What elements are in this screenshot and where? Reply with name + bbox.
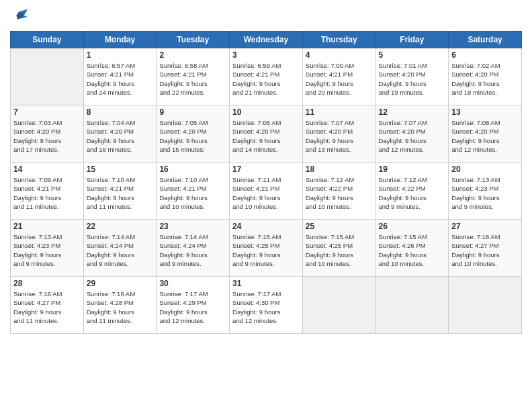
day-info: Sunrise: 6:59 AM Sunset: 4:21 PM Dayligh… (232, 61, 300, 97)
calendar-cell: 18Sunrise: 7:12 AM Sunset: 4:22 PM Dayli… (302, 163, 375, 220)
day-number: 4 (306, 50, 373, 60)
day-number: 28 (13, 279, 81, 288)
day-number: 10 (232, 107, 300, 117)
day-number: 16 (159, 165, 226, 174)
week-row-3: 21Sunrise: 7:13 AM Sunset: 4:23 PM Dayli… (11, 220, 522, 277)
day-number: 31 (232, 279, 300, 288)
week-row-1: 7Sunrise: 7:03 AM Sunset: 4:20 PM Daylig… (11, 105, 522, 163)
calendar-cell: 28Sunrise: 7:16 AM Sunset: 4:27 PM Dayli… (11, 277, 84, 334)
day-number: 14 (13, 165, 81, 174)
calendar-cell: 29Sunrise: 7:16 AM Sunset: 4:28 PM Dayli… (83, 277, 157, 334)
day-info: Sunrise: 7:14 AM Sunset: 4:24 PM Dayligh… (87, 232, 154, 268)
logo (10, 7, 32, 26)
calendar-cell: 5Sunrise: 7:01 AM Sunset: 4:20 PM Daylig… (375, 48, 449, 105)
header (10, 7, 522, 26)
weekday-header-friday: Friday (375, 32, 449, 48)
day-number: 12 (379, 107, 446, 117)
week-row-4: 28Sunrise: 7:16 AM Sunset: 4:27 PM Dayli… (11, 277, 522, 334)
calendar-cell: 16Sunrise: 7:10 AM Sunset: 4:21 PM Dayli… (157, 163, 230, 220)
calendar-cell: 17Sunrise: 7:11 AM Sunset: 4:21 PM Dayli… (230, 163, 303, 220)
day-info: Sunrise: 7:03 AM Sunset: 4:20 PM Dayligh… (13, 118, 81, 154)
calendar-cell: 24Sunrise: 7:15 AM Sunset: 4:25 PM Dayli… (230, 220, 303, 277)
day-number: 1 (87, 50, 154, 60)
weekday-header-saturday: Saturday (449, 32, 522, 48)
calendar-cell (449, 277, 522, 334)
day-info: Sunrise: 7:14 AM Sunset: 4:24 PM Dayligh… (159, 232, 226, 268)
day-info: Sunrise: 7:05 AM Sunset: 4:20 PM Dayligh… (159, 118, 226, 154)
day-info: Sunrise: 7:13 AM Sunset: 4:23 PM Dayligh… (13, 232, 81, 268)
calendar-cell: 6Sunrise: 7:02 AM Sunset: 4:20 PM Daylig… (449, 48, 522, 105)
day-number: 26 (379, 222, 446, 231)
calendar-cell: 22Sunrise: 7:14 AM Sunset: 4:24 PM Dayli… (83, 220, 157, 277)
calendar-cell: 14Sunrise: 7:09 AM Sunset: 4:21 PM Dayli… (11, 163, 84, 220)
day-info: Sunrise: 7:04 AM Sunset: 4:20 PM Dayligh… (87, 118, 154, 154)
day-info: Sunrise: 6:57 AM Sunset: 4:21 PM Dayligh… (87, 61, 154, 97)
calendar-cell (375, 277, 449, 334)
calendar-cell (302, 277, 375, 334)
calendar-cell: 10Sunrise: 7:06 AM Sunset: 4:20 PM Dayli… (230, 105, 303, 163)
calendar-cell: 25Sunrise: 7:15 AM Sunset: 4:25 PM Dayli… (302, 220, 375, 277)
day-number: 24 (232, 222, 300, 231)
week-row-0: 1Sunrise: 6:57 AM Sunset: 4:21 PM Daylig… (11, 48, 522, 105)
day-number: 6 (451, 50, 519, 60)
day-number: 17 (232, 165, 300, 174)
day-number: 20 (451, 165, 519, 174)
weekday-header-thursday: Thursday (302, 32, 375, 48)
day-info: Sunrise: 7:08 AM Sunset: 4:20 PM Dayligh… (451, 118, 519, 154)
day-info: Sunrise: 7:13 AM Sunset: 4:23 PM Dayligh… (451, 175, 519, 211)
calendar-cell: 27Sunrise: 7:16 AM Sunset: 4:27 PM Dayli… (449, 220, 522, 277)
day-info: Sunrise: 6:58 AM Sunset: 4:21 PM Dayligh… (159, 61, 226, 97)
day-info: Sunrise: 7:15 AM Sunset: 4:25 PM Dayligh… (306, 232, 373, 268)
week-row-2: 14Sunrise: 7:09 AM Sunset: 4:21 PM Dayli… (11, 163, 522, 220)
day-info: Sunrise: 7:15 AM Sunset: 4:25 PM Dayligh… (232, 232, 300, 268)
day-number: 13 (451, 107, 519, 117)
logo-icon (10, 7, 29, 26)
calendar-cell: 23Sunrise: 7:14 AM Sunset: 4:24 PM Dayli… (157, 220, 230, 277)
day-info: Sunrise: 7:06 AM Sunset: 4:20 PM Dayligh… (232, 118, 300, 154)
calendar-table: SundayMondayTuesdayWednesdayThursdayFrid… (10, 31, 522, 334)
weekday-header-row: SundayMondayTuesdayWednesdayThursdayFrid… (11, 32, 522, 48)
day-number: 30 (159, 279, 226, 288)
calendar-cell: 11Sunrise: 7:07 AM Sunset: 4:20 PM Dayli… (302, 105, 375, 163)
day-info: Sunrise: 7:12 AM Sunset: 4:22 PM Dayligh… (306, 175, 373, 211)
calendar-cell: 9Sunrise: 7:05 AM Sunset: 4:20 PM Daylig… (157, 105, 230, 163)
day-info: Sunrise: 7:17 AM Sunset: 4:29 PM Dayligh… (159, 289, 226, 325)
calendar-cell: 1Sunrise: 6:57 AM Sunset: 4:21 PM Daylig… (83, 48, 157, 105)
day-number: 15 (87, 165, 154, 174)
day-info: Sunrise: 7:15 AM Sunset: 4:26 PM Dayligh… (379, 232, 446, 268)
day-number: 23 (159, 222, 226, 231)
calendar-cell: 31Sunrise: 7:17 AM Sunset: 4:30 PM Dayli… (230, 277, 303, 334)
calendar-cell: 8Sunrise: 7:04 AM Sunset: 4:20 PM Daylig… (83, 105, 157, 163)
calendar-cell: 4Sunrise: 7:00 AM Sunset: 4:21 PM Daylig… (302, 48, 375, 105)
day-info: Sunrise: 7:17 AM Sunset: 4:30 PM Dayligh… (232, 289, 300, 325)
calendar-cell: 26Sunrise: 7:15 AM Sunset: 4:26 PM Dayli… (375, 220, 449, 277)
day-number: 25 (306, 222, 373, 231)
calendar-cell (11, 48, 84, 105)
day-info: Sunrise: 7:16 AM Sunset: 4:27 PM Dayligh… (451, 232, 519, 268)
calendar-cell: 13Sunrise: 7:08 AM Sunset: 4:20 PM Dayli… (449, 105, 522, 163)
day-info: Sunrise: 7:01 AM Sunset: 4:20 PM Dayligh… (379, 61, 446, 97)
calendar-cell: 15Sunrise: 7:10 AM Sunset: 4:21 PM Dayli… (83, 163, 157, 220)
day-number: 18 (306, 165, 373, 174)
day-number: 11 (306, 107, 373, 117)
day-info: Sunrise: 7:10 AM Sunset: 4:21 PM Dayligh… (87, 175, 154, 211)
weekday-header-wednesday: Wednesday (230, 32, 303, 48)
day-number: 27 (451, 222, 519, 231)
day-number: 19 (379, 165, 446, 174)
weekday-header-monday: Monday (83, 32, 157, 48)
day-info: Sunrise: 7:16 AM Sunset: 4:28 PM Dayligh… (87, 289, 154, 325)
calendar-cell: 2Sunrise: 6:58 AM Sunset: 4:21 PM Daylig… (157, 48, 230, 105)
day-info: Sunrise: 7:09 AM Sunset: 4:21 PM Dayligh… (13, 175, 81, 211)
calendar-cell: 7Sunrise: 7:03 AM Sunset: 4:20 PM Daylig… (11, 105, 84, 163)
day-number: 7 (13, 107, 81, 117)
day-number: 22 (87, 222, 154, 231)
calendar-cell: 20Sunrise: 7:13 AM Sunset: 4:23 PM Dayli… (449, 163, 522, 220)
day-number: 2 (159, 50, 226, 60)
day-number: 9 (159, 107, 226, 117)
weekday-header-tuesday: Tuesday (157, 32, 230, 48)
day-info: Sunrise: 7:11 AM Sunset: 4:21 PM Dayligh… (232, 175, 300, 211)
day-info: Sunrise: 7:16 AM Sunset: 4:27 PM Dayligh… (13, 289, 81, 325)
day-info: Sunrise: 7:00 AM Sunset: 4:21 PM Dayligh… (306, 61, 373, 97)
calendar-cell: 3Sunrise: 6:59 AM Sunset: 4:21 PM Daylig… (230, 48, 303, 105)
page: SundayMondayTuesdayWednesdayThursdayFrid… (0, 0, 532, 411)
